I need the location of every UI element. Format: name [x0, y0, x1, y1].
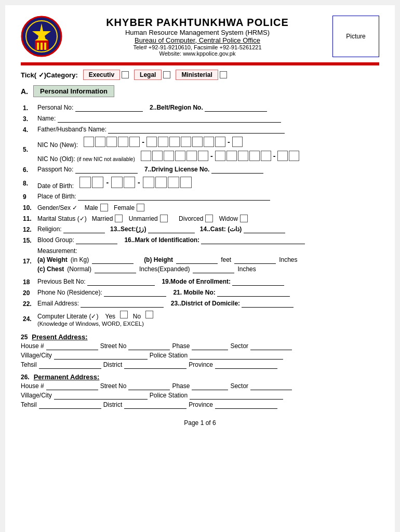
female-checkbox[interactable] — [137, 204, 144, 211]
no-checkbox[interactable] — [145, 311, 153, 318]
nic-box[interactable] — [215, 151, 225, 161]
nic-box[interactable] — [169, 137, 180, 147]
ministerial-checkbox[interactable] — [220, 71, 227, 78]
chest-normal-field[interactable] — [95, 265, 136, 273]
perm-street-field[interactable] — [128, 382, 170, 390]
present-village-field[interactable] — [54, 352, 148, 360]
nic-box[interactable] — [181, 137, 191, 147]
measurement-cell: Measurement: (a) Weight (in Kg) (b) Heig… — [35, 246, 379, 276]
blood-field[interactable] — [76, 236, 117, 244]
ministerial-button[interactable]: Ministerial — [176, 70, 218, 80]
date-box[interactable] — [168, 177, 179, 188]
weight-field[interactable] — [92, 256, 134, 264]
nic-box[interactable] — [84, 137, 94, 147]
belt-region-field[interactable] — [205, 104, 267, 112]
present-province-field[interactable] — [215, 361, 277, 369]
nic-box[interactable] — [226, 151, 237, 161]
nic-box[interactable] — [204, 137, 214, 147]
nic-box[interactable] — [186, 151, 197, 161]
nic-box[interactable] — [192, 137, 203, 147]
nic-box[interactable] — [198, 151, 208, 161]
sect-field[interactable] — [148, 225, 195, 233]
married-checkbox[interactable] — [115, 215, 123, 222]
section-a-title: Personal Information — [33, 85, 114, 97]
date-box[interactable] — [111, 177, 123, 188]
nic-box[interactable] — [118, 137, 128, 147]
date-box[interactable] — [79, 177, 91, 188]
cast-field[interactable] — [244, 225, 285, 233]
pob-field[interactable] — [78, 193, 270, 201]
nic-box[interactable] — [175, 151, 185, 161]
present-street-field[interactable] — [128, 342, 170, 350]
executiv-button[interactable]: Executiv — [83, 70, 120, 80]
nic-box[interactable] — [277, 151, 288, 161]
nic-box[interactable] — [215, 137, 225, 147]
perm-village-field[interactable] — [54, 392, 148, 400]
nic-box[interactable] — [129, 137, 140, 147]
personal-no-field[interactable] — [75, 104, 143, 112]
nic-box[interactable] — [238, 151, 248, 161]
nic-box[interactable] — [164, 151, 174, 161]
perm-district-label: District — [103, 401, 123, 408]
driving-field[interactable] — [211, 166, 263, 174]
present-tehsil-field[interactable] — [39, 361, 101, 369]
domicile-field[interactable] — [242, 300, 294, 308]
date-box[interactable] — [143, 177, 154, 188]
executiv-checkbox[interactable] — [122, 71, 129, 78]
passport-field[interactable] — [75, 166, 138, 174]
mark-field[interactable] — [201, 236, 305, 244]
email-field[interactable] — [81, 300, 164, 308]
date-box[interactable] — [155, 177, 167, 188]
enrollment-field[interactable] — [232, 278, 284, 286]
name-field[interactable] — [58, 115, 281, 123]
present-house-field[interactable] — [46, 342, 98, 350]
org-title: KHYBER PAKHTUNKHWA POLICE — [68, 17, 327, 29]
num-22: 22. — [21, 298, 35, 309]
nic-box[interactable] — [249, 151, 260, 161]
unmarried-checkbox[interactable] — [160, 215, 168, 222]
divorced-checkbox[interactable] — [205, 215, 213, 222]
nic-box[interactable] — [289, 151, 299, 161]
perm-phase-field[interactable] — [192, 382, 228, 390]
perm-police-field[interactable] — [190, 392, 283, 400]
perm-house-field[interactable] — [46, 382, 98, 390]
present-phase-field[interactable] — [192, 342, 228, 350]
mobile-field[interactable] — [217, 289, 290, 297]
nic-box[interactable] — [141, 151, 151, 161]
pob-cell: Place of Birth: — [35, 191, 379, 202]
date-box[interactable] — [92, 177, 103, 188]
nic-box[interactable] — [95, 137, 105, 147]
male-checkbox[interactable] — [100, 204, 108, 211]
nic-box[interactable] — [158, 137, 168, 147]
perm-tehsil-field[interactable] — [39, 401, 101, 409]
date-box[interactable] — [124, 177, 135, 188]
perm-district-field[interactable] — [124, 401, 186, 409]
nic-box[interactable] — [152, 151, 163, 161]
father-field[interactable] — [108, 126, 285, 134]
yes-checkbox[interactable] — [120, 311, 128, 318]
perm-sector-field[interactable] — [250, 382, 292, 390]
present-sector-field[interactable] — [250, 342, 292, 350]
widow-checkbox[interactable] — [240, 215, 248, 222]
prev-belt-field[interactable] — [87, 278, 155, 286]
father-label: Father/Husband's Name: — [37, 126, 106, 133]
num-1: 1. — [21, 102, 35, 113]
nic-box[interactable] — [261, 151, 271, 161]
height-feet-field[interactable] — [176, 256, 218, 264]
perm-province-field[interactable] — [215, 401, 277, 409]
legal-checkbox[interactable] — [163, 71, 170, 78]
nic-box[interactable] — [232, 137, 243, 147]
present-police-field[interactable] — [190, 352, 283, 360]
nic-box[interactable] — [146, 137, 157, 147]
legal-button[interactable]: Legal — [134, 70, 162, 80]
chest-expanded-field[interactable] — [193, 265, 234, 273]
religion-field[interactable] — [63, 225, 105, 233]
present-district-field[interactable] — [124, 361, 186, 369]
weight-label: (a) Weight — [37, 256, 68, 263]
married-option: Married — [92, 215, 123, 222]
sect-num: 13. — [110, 225, 119, 233]
date-box[interactable] — [180, 177, 192, 188]
nic-box[interactable] — [106, 137, 117, 147]
phone-field[interactable] — [104, 289, 166, 297]
height-inches-field[interactable] — [234, 256, 276, 264]
